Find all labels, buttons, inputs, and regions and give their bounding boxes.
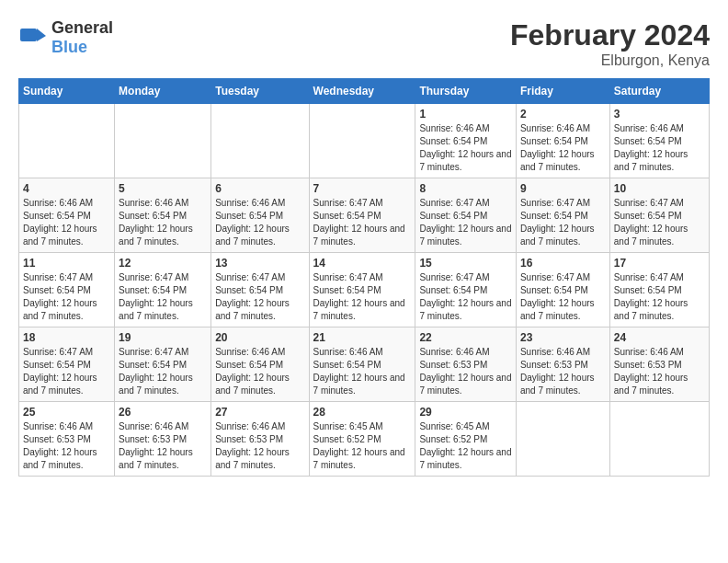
day-number: 4 [23,182,110,195]
day-number: 25 [23,406,110,419]
day-info: Sunrise: 6:46 AM Sunset: 6:53 PM Dayligh… [419,346,512,397]
day-number: 13 [215,257,304,270]
logo-general: General [51,18,113,37]
calendar-cell: 18Sunrise: 6:47 AM Sunset: 6:54 PM Dayli… [19,327,115,402]
day-number: 23 [520,331,606,344]
calendar-cell: 6Sunrise: 6:46 AM Sunset: 6:54 PM Daylig… [211,178,309,253]
day-info: Sunrise: 6:46 AM Sunset: 6:53 PM Dayligh… [614,346,705,397]
calendar-cell: 25Sunrise: 6:46 AM Sunset: 6:53 PM Dayli… [19,402,115,477]
day-number: 5 [119,182,207,195]
calendar-cell: 20Sunrise: 6:46 AM Sunset: 6:54 PM Dayli… [211,327,309,402]
day-info: Sunrise: 6:46 AM Sunset: 6:53 PM Dayligh… [119,420,207,472]
day-number: 3 [614,108,705,121]
calendar-cell [211,104,309,178]
day-number: 19 [119,331,207,344]
calendar-week-1: 4Sunrise: 6:46 AM Sunset: 6:54 PM Daylig… [19,178,710,253]
day-info: Sunrise: 6:47 AM Sunset: 6:54 PM Dayligh… [119,346,207,397]
logo-blue: Blue [51,38,87,56]
day-info: Sunrise: 6:46 AM Sunset: 6:54 PM Dayligh… [614,122,705,174]
day-number: 21 [313,331,412,344]
day-info: Sunrise: 6:46 AM Sunset: 6:53 PM Dayligh… [215,420,304,472]
calendar-cell: 28Sunrise: 6:45 AM Sunset: 6:52 PM Dayli… [309,402,415,477]
calendar-week-4: 25Sunrise: 6:46 AM Sunset: 6:53 PM Dayli… [19,402,710,477]
day-number: 16 [520,257,606,270]
day-number: 6 [215,182,304,195]
calendar-cell: 17Sunrise: 6:47 AM Sunset: 6:54 PM Dayli… [609,253,709,327]
page-title: February 2024 [510,18,710,52]
day-info: Sunrise: 6:46 AM Sunset: 6:53 PM Dayligh… [520,346,606,397]
day-number: 10 [614,182,705,195]
calendar-cell: 23Sunrise: 6:46 AM Sunset: 6:53 PM Dayli… [516,327,609,402]
day-info: Sunrise: 6:46 AM Sunset: 6:54 PM Dayligh… [215,197,304,248]
calendar-cell [115,104,211,178]
day-number: 11 [23,257,110,270]
logo-text: General Blue [51,18,113,57]
day-info: Sunrise: 6:45 AM Sunset: 6:52 PM Dayligh… [313,420,412,472]
day-number: 22 [419,331,512,344]
logo-icon [18,21,48,54]
day-info: Sunrise: 6:47 AM Sunset: 6:54 PM Dayligh… [23,346,110,397]
day-info: Sunrise: 6:47 AM Sunset: 6:54 PM Dayligh… [614,197,705,248]
day-number: 2 [520,108,606,121]
day-info: Sunrise: 6:46 AM Sunset: 6:54 PM Dayligh… [313,346,412,397]
calendar-cell: 24Sunrise: 6:46 AM Sunset: 6:53 PM Dayli… [609,327,709,402]
calendar-cell: 7Sunrise: 6:47 AM Sunset: 6:54 PM Daylig… [309,178,415,253]
calendar-header-row: SundayMondayTuesdayWednesdayThursdayFrid… [19,79,710,104]
svg-marker-1 [37,29,46,41]
day-number: 27 [215,406,304,419]
day-info: Sunrise: 6:47 AM Sunset: 6:54 PM Dayligh… [119,271,207,323]
calendar-cell [609,402,709,477]
day-number: 20 [215,331,304,344]
day-info: Sunrise: 6:47 AM Sunset: 6:54 PM Dayligh… [23,271,110,323]
day-number: 15 [419,257,512,270]
calendar-cell: 3Sunrise: 6:46 AM Sunset: 6:54 PM Daylig… [609,104,709,178]
day-info: Sunrise: 6:46 AM Sunset: 6:54 PM Dayligh… [23,197,110,248]
day-info: Sunrise: 6:47 AM Sunset: 6:54 PM Dayligh… [520,197,606,248]
calendar-cell: 19Sunrise: 6:47 AM Sunset: 6:54 PM Dayli… [115,327,211,402]
day-number: 28 [313,406,412,419]
day-info: Sunrise: 6:47 AM Sunset: 6:54 PM Dayligh… [215,271,304,323]
header-sunday: Sunday [19,79,115,104]
calendar-cell: 5Sunrise: 6:46 AM Sunset: 6:54 PM Daylig… [115,178,211,253]
day-info: Sunrise: 6:47 AM Sunset: 6:54 PM Dayligh… [614,271,705,323]
calendar-cell [19,104,115,178]
calendar-cell: 2Sunrise: 6:46 AM Sunset: 6:54 PM Daylig… [516,104,609,178]
day-number: 12 [119,257,207,270]
day-number: 29 [419,406,512,419]
day-info: Sunrise: 6:45 AM Sunset: 6:52 PM Dayligh… [419,420,512,472]
day-number: 9 [520,182,606,195]
header-saturday: Saturday [609,79,709,104]
header-tuesday: Tuesday [211,79,309,104]
page-subtitle: Elburgon, Kenya [510,52,710,69]
logo: General Blue [18,18,113,57]
day-number: 8 [419,182,512,195]
calendar-cell: 21Sunrise: 6:46 AM Sunset: 6:54 PM Dayli… [309,327,415,402]
day-number: 18 [23,331,110,344]
header-friday: Friday [516,79,609,104]
calendar-cell [309,104,415,178]
calendar-cell: 14Sunrise: 6:47 AM Sunset: 6:54 PM Dayli… [309,253,415,327]
day-info: Sunrise: 6:47 AM Sunset: 6:54 PM Dayligh… [419,271,512,323]
day-info: Sunrise: 6:46 AM Sunset: 6:54 PM Dayligh… [119,197,207,248]
calendar-cell [516,402,609,477]
day-number: 17 [614,257,705,270]
calendar-cell: 16Sunrise: 6:47 AM Sunset: 6:54 PM Dayli… [516,253,609,327]
calendar-week-2: 11Sunrise: 6:47 AM Sunset: 6:54 PM Dayli… [19,253,710,327]
calendar-week-3: 18Sunrise: 6:47 AM Sunset: 6:54 PM Dayli… [19,327,710,402]
header-thursday: Thursday [415,79,517,104]
calendar-cell: 12Sunrise: 6:47 AM Sunset: 6:54 PM Dayli… [115,253,211,327]
calendar-cell: 22Sunrise: 6:46 AM Sunset: 6:53 PM Dayli… [415,327,517,402]
day-info: Sunrise: 6:46 AM Sunset: 6:54 PM Dayligh… [215,346,304,397]
header-wednesday: Wednesday [309,79,415,104]
calendar-cell: 11Sunrise: 6:47 AM Sunset: 6:54 PM Dayli… [19,253,115,327]
calendar-cell: 9Sunrise: 6:47 AM Sunset: 6:54 PM Daylig… [516,178,609,253]
day-info: Sunrise: 6:46 AM Sunset: 6:54 PM Dayligh… [419,122,512,174]
calendar-cell: 13Sunrise: 6:47 AM Sunset: 6:54 PM Dayli… [211,253,309,327]
svg-rect-0 [20,29,37,41]
calendar-cell: 1Sunrise: 6:46 AM Sunset: 6:54 PM Daylig… [415,104,517,178]
calendar-cell: 15Sunrise: 6:47 AM Sunset: 6:54 PM Dayli… [415,253,517,327]
header: General Blue February 2024 Elburgon, Ken… [18,18,710,69]
calendar-week-0: 1Sunrise: 6:46 AM Sunset: 6:54 PM Daylig… [19,104,710,178]
day-info: Sunrise: 6:46 AM Sunset: 6:53 PM Dayligh… [23,420,110,472]
calendar-cell: 10Sunrise: 6:47 AM Sunset: 6:54 PM Dayli… [609,178,709,253]
